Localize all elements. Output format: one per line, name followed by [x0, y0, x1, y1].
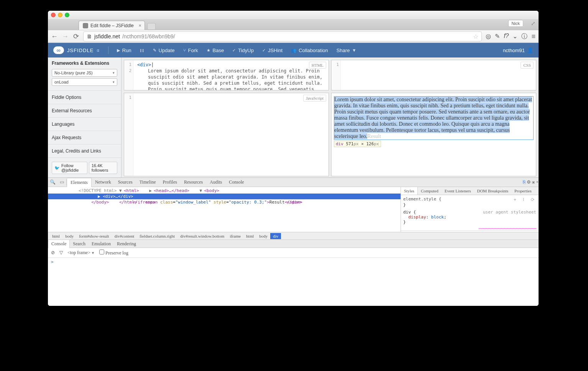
- sidebar-item-languages[interactable]: Languages: [48, 118, 121, 131]
- onload-select[interactable]: onLoad▾: [52, 78, 117, 86]
- crumb[interactable]: body: [256, 233, 270, 239]
- stats-button[interactable]: ⫿⫿: [140, 48, 145, 53]
- editor-panes: HTML 12 <div> Lorem ipsum dolor sit amet…: [122, 57, 539, 179]
- chevron-down-icon: ▼: [352, 48, 356, 53]
- devtools-tab-timeline[interactable]: Timeline: [136, 178, 159, 187]
- inspect-icon[interactable]: 🔍: [48, 179, 57, 185]
- devtools-tab-elements[interactable]: Elements: [67, 178, 92, 187]
- pencil-icon: ✎: [153, 48, 156, 53]
- update-button[interactable]: ✎Update: [153, 48, 175, 53]
- twitter-follow-button[interactable]: 🐦Follow @jsfiddle: [52, 162, 87, 174]
- elements-tree[interactable]: <!DOCTYPE html> ▼<html> ▶<head>…</head> …: [48, 187, 401, 232]
- ext-pocket-icon[interactable]: ⌄: [512, 33, 517, 41]
- back-button[interactable]: ←: [51, 33, 58, 41]
- devtools-tab-network[interactable]: Network: [92, 178, 115, 187]
- styles-tab-computed[interactable]: Computed: [418, 187, 442, 195]
- crumb-active[interactable]: div: [270, 233, 281, 239]
- pane-label-css: CSS: [521, 62, 534, 69]
- follower-count: 16.4K followers: [89, 162, 117, 174]
- styles-panel: Styles Computed Event Listeners DOM Brea…: [401, 187, 539, 232]
- url-host: jsfiddle.net: [94, 33, 120, 39]
- console-output[interactable]: >: [48, 258, 539, 306]
- devtools-tab-resources[interactable]: Resources: [181, 178, 206, 187]
- html-pane[interactable]: HTML 12 <div> Lorem ipsum dolor sit amet…: [124, 60, 329, 90]
- collaboration-button[interactable]: 👥Collaboration: [291, 48, 328, 53]
- styles-tab-properties[interactable]: Properties: [511, 187, 535, 195]
- share-button[interactable]: Share ▼: [337, 48, 356, 53]
- crumb[interactable]: form#show-result: [76, 233, 112, 239]
- jsfiddle-sidebar: Frameworks & Extensions No-Library (pure…: [48, 57, 122, 179]
- chrome-user-badge[interactable]: Nick: [508, 20, 523, 27]
- ext-icon-3[interactable]: f?: [504, 33, 509, 41]
- extension-icons: ◎ ✎ f? ⌄ ⓘ: [486, 33, 527, 41]
- pane-label-js: JavaScript: [303, 95, 326, 102]
- new-tab-button[interactable]: [147, 23, 156, 30]
- dock-icon[interactable]: ▣: [532, 179, 535, 185]
- jshint-button[interactable]: ✓JSHint: [262, 48, 283, 53]
- tab-title: Edit fiddle – JSFiddle: [90, 23, 134, 28]
- crumb[interactable]: fieldset.column.right: [137, 233, 177, 239]
- tab-close-icon[interactable]: ×: [139, 23, 141, 28]
- breadcrumb: html body form#show-result div#content f…: [48, 232, 539, 240]
- chevron-down-icon: ▾: [113, 80, 115, 84]
- styles-tab-event-listeners[interactable]: Event Listeners: [442, 187, 474, 195]
- close-window-icon[interactable]: [51, 13, 56, 17]
- base-button[interactable]: ★Base: [207, 48, 224, 53]
- js-pane[interactable]: JavaScript 1: [124, 93, 329, 176]
- url-input[interactable]: 🗎 jsfiddle.net/ncthom91/68wbn9b9/ ☆: [83, 31, 482, 41]
- close-devtools-icon[interactable]: ×: [536, 179, 539, 185]
- devtools-tab-sources[interactable]: Sources: [115, 178, 136, 187]
- url-path: /ncthom91/68wbn9b9/: [122, 33, 175, 39]
- sidebar-item-legal[interactable]: Legal, Credits and Links: [48, 144, 121, 158]
- library-select[interactable]: No-Library (pure JS)▾: [52, 69, 117, 77]
- css-pane[interactable]: CSS 1: [331, 60, 536, 90]
- drawer-tab-emulation[interactable]: Emulation: [89, 240, 114, 248]
- crumb[interactable]: iframe: [227, 233, 243, 239]
- drawer-tab-console[interactable]: Console: [48, 240, 70, 248]
- bookmark-star-icon[interactable]: ☆: [473, 33, 478, 40]
- app-name: JSFIDDLE: [67, 48, 94, 53]
- fullscreen-icon[interactable]: ⤢: [531, 20, 535, 26]
- ext-eyedropper-icon[interactable]: ✎: [495, 33, 500, 41]
- devtools-tab-audits[interactable]: Audits: [206, 178, 225, 187]
- styles-tab-dom-breakpoints[interactable]: DOM Breakpoints: [474, 187, 511, 195]
- drawer-tabs: Console Search Emulation Rendering: [48, 240, 539, 248]
- sidebar-item-ajax-requests[interactable]: Ajax Requests: [48, 131, 121, 144]
- frame-select[interactable]: <top frame>: [67, 250, 95, 256]
- chrome-menu-icon[interactable]: ≡: [531, 33, 535, 41]
- maximize-window-icon[interactable]: [65, 13, 69, 17]
- fork-button[interactable]: ⑂Fork: [183, 48, 198, 53]
- crumb[interactable]: div#content: [112, 233, 137, 239]
- gear-icon[interactable]: ⚙: [527, 179, 531, 185]
- styles-toolbar-icons[interactable]: ＋ ⫶ ⟳: [513, 197, 536, 202]
- ext-info-icon[interactable]: ⓘ: [521, 33, 527, 41]
- device-icon[interactable]: ▭: [57, 179, 66, 185]
- crumb[interactable]: div#result.window.bottom: [177, 233, 227, 239]
- styles-tab-styles[interactable]: Styles: [401, 187, 418, 195]
- elements-selected-node[interactable]: ▶ <div>…</div>: [48, 194, 401, 199]
- browser-tab[interactable]: Edit fiddle – JSFiddle ×: [79, 21, 145, 30]
- jsfiddle-header: JSFIDDLE α ▶Run ⫿⫿ ✎Update ⑂Fork ★Base ✓…: [48, 43, 539, 57]
- filter-icon[interactable]: ▽: [59, 250, 63, 256]
- clear-console-icon[interactable]: ⊘: [51, 250, 55, 256]
- run-button[interactable]: ▶Run: [117, 48, 131, 53]
- crumb[interactable]: html: [49, 233, 62, 239]
- sidebar-item-external-resources[interactable]: External Resources: [48, 104, 121, 118]
- minimize-window-icon[interactable]: [58, 13, 62, 17]
- drawer-tab-rendering[interactable]: Rendering: [114, 240, 139, 248]
- drawer-toggle-icon[interactable]: ⎘: [523, 179, 526, 185]
- sidebar-item-fiddle-options[interactable]: Fiddle Options: [48, 91, 121, 104]
- page-icon: 🗎: [87, 33, 92, 39]
- ext-icon-1[interactable]: ◎: [486, 33, 491, 41]
- preserve-log-checkbox[interactable]: Preserve log: [99, 250, 128, 256]
- jsfiddle-user[interactable]: ncthom91👤: [503, 48, 533, 53]
- forward-button[interactable]: →: [62, 33, 69, 41]
- crumb[interactable]: html: [243, 233, 256, 239]
- jsfiddle-logo[interactable]: JSFIDDLE α: [53, 46, 100, 54]
- drawer-tab-search[interactable]: Search: [70, 240, 89, 248]
- tidyup-button[interactable]: ✓TidyUp: [232, 48, 254, 53]
- reload-button[interactable]: ⟳: [72, 32, 79, 41]
- devtools-tab-profiles[interactable]: Profiles: [159, 178, 181, 187]
- crumb[interactable]: body: [62, 233, 76, 239]
- devtools-tab-console[interactable]: Console: [225, 178, 247, 187]
